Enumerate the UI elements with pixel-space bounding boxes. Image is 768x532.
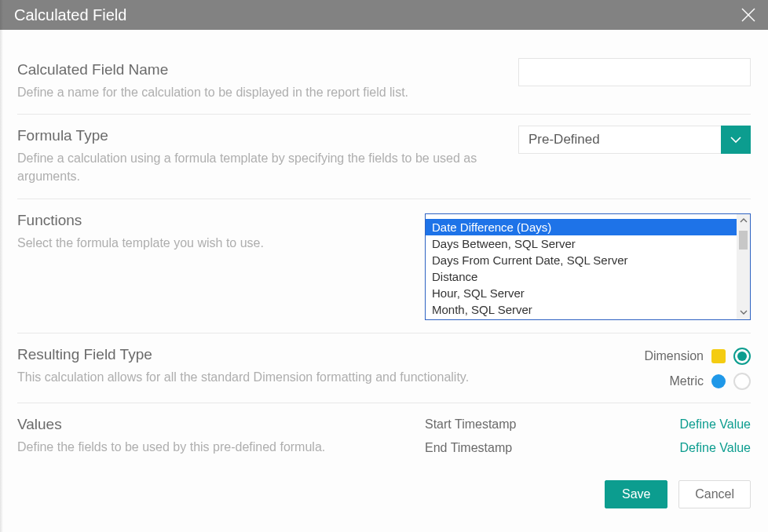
section-values: Values Define the fields to be used by t…: [17, 416, 751, 468]
section-functions: Functions Select the formula template yo…: [17, 212, 751, 333]
section-formula-type: Formula Type Define a calculation using …: [17, 127, 751, 199]
metric-swatch-icon: [711, 374, 726, 388]
section-resulting-field-type: Resulting Field Type This calculation al…: [17, 346, 751, 403]
define-value-link[interactable]: Define Value: [680, 441, 751, 455]
rft-metric-radio[interactable]: [733, 373, 751, 390]
name-title: Calculated Field Name: [17, 61, 503, 78]
dialog-title: Calculated Field: [14, 6, 126, 24]
dimension-swatch-icon: [711, 349, 726, 363]
list-item[interactable]: Month, SQL Server: [426, 301, 737, 318]
section-name: Calculated Field Name Define a name for …: [17, 61, 751, 115]
list-item[interactable]: Distance: [426, 268, 737, 285]
values-title: Values: [17, 416, 409, 433]
value-name: Start Timestamp: [425, 417, 516, 432]
scroll-down-icon[interactable]: [737, 306, 750, 319]
functions-desc: Select the formula template you wish to …: [17, 234, 409, 252]
list-item[interactable]: Days Between, SQL Server: [426, 235, 737, 252]
functions-list: Date Difference (Days) Days Between, SQL…: [426, 214, 737, 319]
list-item[interactable]: Date Difference (Days): [426, 219, 737, 235]
calculated-field-name-input[interactable]: [518, 58, 751, 86]
list-item[interactable]: Days From Current Date, SQL Server: [426, 252, 737, 268]
name-desc: Define a name for the calculation to be …: [17, 83, 503, 101]
formula-type-title: Formula Type: [17, 127, 503, 144]
values-desc: Define the fields to be used by this pre…: [17, 438, 409, 456]
formula-type-selected-value: Pre-Defined: [518, 126, 721, 154]
rft-metric-label: Metric: [669, 374, 704, 388]
dialog-footer: Save Cancel: [605, 480, 751, 508]
chevron-down-icon[interactable]: [721, 126, 751, 154]
rft-dimension-row: Dimension: [644, 348, 751, 365]
rft-desc: This calculation allows for all the stan…: [17, 368, 628, 386]
rft-dimension-label: Dimension: [644, 349, 704, 363]
value-name: End Timestamp: [425, 441, 512, 455]
functions-scrollbar[interactable]: [737, 214, 750, 319]
functions-listbox[interactable]: Date Difference (Days) Days Between, SQL…: [425, 213, 751, 320]
scroll-track[interactable]: [737, 228, 750, 306]
formula-type-select[interactable]: Pre-Defined: [518, 126, 751, 154]
save-button[interactable]: Save: [605, 480, 667, 508]
cancel-button[interactable]: Cancel: [678, 480, 751, 508]
rft-dimension-radio[interactable]: [733, 348, 751, 365]
value-row: Start Timestamp Define Value: [425, 417, 751, 432]
define-value-link[interactable]: Define Value: [680, 417, 751, 432]
scroll-thumb[interactable]: [739, 231, 748, 250]
title-bar: Calculated Field: [0, 0, 768, 30]
close-icon[interactable]: [740, 6, 757, 24]
rft-title: Resulting Field Type: [17, 346, 628, 363]
rft-metric-row: Metric: [669, 373, 751, 390]
list-item[interactable]: Hour, SQL Server: [426, 285, 737, 301]
formula-type-desc: Define a calculation using a formula tem…: [17, 149, 503, 185]
functions-title: Functions: [17, 212, 409, 229]
dialog-content: Calculated Field Name Define a name for …: [0, 30, 768, 468]
value-row: End Timestamp Define Value: [425, 441, 751, 455]
scroll-up-icon[interactable]: [737, 214, 750, 228]
